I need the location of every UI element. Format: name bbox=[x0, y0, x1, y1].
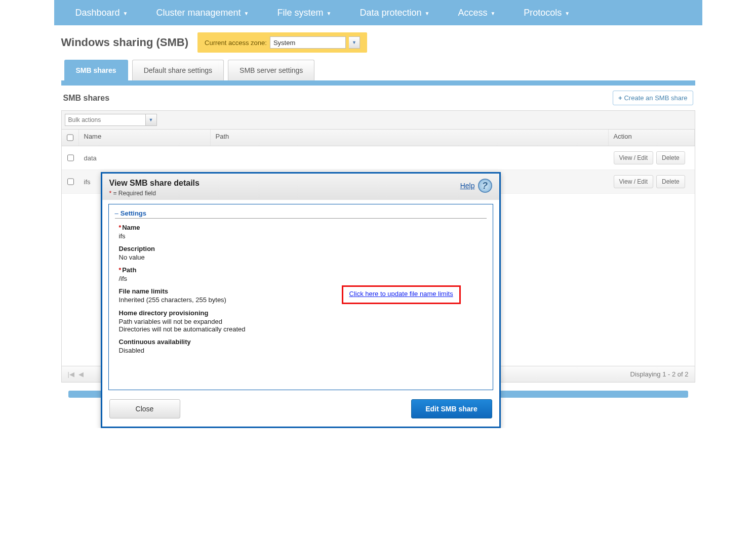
bulk-actions-dropdown-button[interactable]: ▼ bbox=[146, 114, 157, 126]
row-checkbox[interactable] bbox=[67, 178, 74, 185]
column-path[interactable]: Path bbox=[211, 130, 609, 146]
chevron-down-icon: ▼ bbox=[565, 11, 570, 16]
field-path-value: /ifs bbox=[119, 275, 487, 282]
nav-label: Cluster management bbox=[156, 8, 241, 18]
field-hdp-value-1: Path variables will not be expanded bbox=[119, 318, 487, 325]
update-file-name-limits-link[interactable]: Click here to update file name limits bbox=[349, 290, 453, 298]
delete-button[interactable]: Delete bbox=[656, 175, 685, 188]
field-path-label: Path bbox=[122, 266, 136, 274]
field-fnl-value: Inherited (255 characters, 255 bytes) bbox=[119, 296, 271, 304]
title-row: Windows sharing (SMB) Current access zon… bbox=[54, 25, 702, 56]
nav-dashboard[interactable]: Dashboard▼ bbox=[61, 8, 142, 18]
field-hdp-label: Home directory provisioning bbox=[119, 309, 487, 317]
close-button[interactable]: Close bbox=[109, 399, 180, 418]
bulk-actions-select[interactable] bbox=[65, 114, 146, 126]
edit-smb-share-button[interactable]: Edit SMB share bbox=[411, 399, 492, 418]
top-navbar: Dashboard▼ Cluster management▼ File syst… bbox=[54, 0, 702, 25]
plus-icon: + bbox=[618, 94, 622, 102]
nav-access[interactable]: Access▼ bbox=[444, 8, 509, 18]
tab-smb-server-settings[interactable]: SMB server settings bbox=[228, 60, 314, 80]
row-checkbox[interactable] bbox=[67, 154, 74, 161]
display-count: Displaying 1 - 2 of 2 bbox=[630, 370, 689, 378]
modal-title: View SMB share details bbox=[109, 179, 200, 188]
column-name[interactable]: Name bbox=[79, 130, 211, 146]
row-name: data bbox=[79, 149, 211, 167]
chevron-down-icon: ▼ bbox=[123, 11, 128, 16]
modal-footer: Close Edit SMB share bbox=[102, 394, 499, 427]
view-edit-button[interactable]: View / Edit bbox=[614, 175, 653, 188]
required-note: * = Required field bbox=[109, 190, 200, 197]
chevron-down-icon: ▼ bbox=[326, 11, 331, 16]
field-ca-value: Disabled bbox=[119, 347, 487, 354]
field-fnl-label: File name limits bbox=[119, 287, 271, 295]
create-label: Create an SMB share bbox=[624, 94, 687, 102]
nav-data-protection[interactable]: Data protection▼ bbox=[345, 8, 444, 18]
nav-protocols[interactable]: Protocols▼ bbox=[509, 8, 584, 18]
nav-label: Protocols bbox=[524, 8, 562, 18]
pager-icons: |◀ ◀ bbox=[68, 370, 84, 378]
field-description-label: Description bbox=[119, 245, 487, 252]
field-name-label: Name bbox=[122, 224, 140, 231]
create-smb-share-button[interactable]: +Create an SMB share bbox=[613, 91, 693, 105]
access-zone-label: Current access zone: bbox=[205, 39, 267, 47]
grid-toolbar: ▼ bbox=[62, 111, 695, 130]
view-edit-button[interactable]: View / Edit bbox=[614, 151, 653, 164]
panel-title: SMB shares bbox=[63, 94, 110, 103]
field-name-value: ifs bbox=[119, 232, 487, 240]
page-first-icon[interactable]: |◀ bbox=[68, 370, 74, 378]
nav-cluster-management[interactable]: Cluster management▼ bbox=[142, 8, 263, 18]
view-smb-share-modal: View SMB share details * = Required fiel… bbox=[101, 172, 501, 428]
tab-default-share-settings[interactable]: Default share settings bbox=[132, 60, 224, 80]
field-description-value: No value bbox=[119, 254, 487, 261]
table-row: data View / Edit Delete bbox=[62, 146, 695, 170]
access-zone-dropdown-button[interactable]: ▼ bbox=[349, 36, 360, 49]
chevron-down-icon: ▼ bbox=[244, 11, 249, 16]
page-prev-icon[interactable]: ◀ bbox=[78, 370, 84, 378]
help-link[interactable]: Help bbox=[460, 182, 475, 190]
nav-label: Data protection bbox=[360, 8, 421, 18]
tabs: SMB shares Default share settings SMB se… bbox=[61, 60, 695, 86]
field-hdp-value-2: Directories will not be automatically cr… bbox=[119, 325, 487, 333]
nav-label: Access bbox=[458, 8, 487, 18]
access-zone-box: Current access zone: ▼ bbox=[197, 32, 367, 53]
nav-file-system[interactable]: File system▼ bbox=[263, 8, 345, 18]
field-ca-label: Continuous availability bbox=[119, 338, 487, 346]
tab-smb-shares[interactable]: SMB shares bbox=[64, 60, 128, 80]
chevron-down-icon: ▼ bbox=[424, 11, 429, 16]
help-icon[interactable]: ? bbox=[478, 179, 492, 193]
chevron-down-icon: ▼ bbox=[490, 11, 495, 16]
fnl-highlight-box: Click here to update file name limits bbox=[342, 285, 461, 304]
nav-label: File system bbox=[277, 8, 323, 18]
nav-label: Dashboard bbox=[75, 8, 120, 18]
modal-header: View SMB share details * = Required fiel… bbox=[102, 174, 499, 200]
row-path bbox=[211, 153, 609, 163]
delete-button[interactable]: Delete bbox=[656, 151, 685, 164]
settings-section-toggle[interactable]: –Settings bbox=[115, 209, 487, 219]
modal-body-frame[interactable]: –Settings *Name ifs Description No value… bbox=[108, 204, 493, 390]
page-title: Windows sharing (SMB) bbox=[61, 36, 189, 49]
column-action: Action bbox=[609, 130, 695, 146]
select-all-checkbox[interactable] bbox=[67, 134, 73, 141]
grid-header: Name Path Action bbox=[62, 130, 695, 146]
access-zone-select[interactable] bbox=[270, 36, 346, 49]
